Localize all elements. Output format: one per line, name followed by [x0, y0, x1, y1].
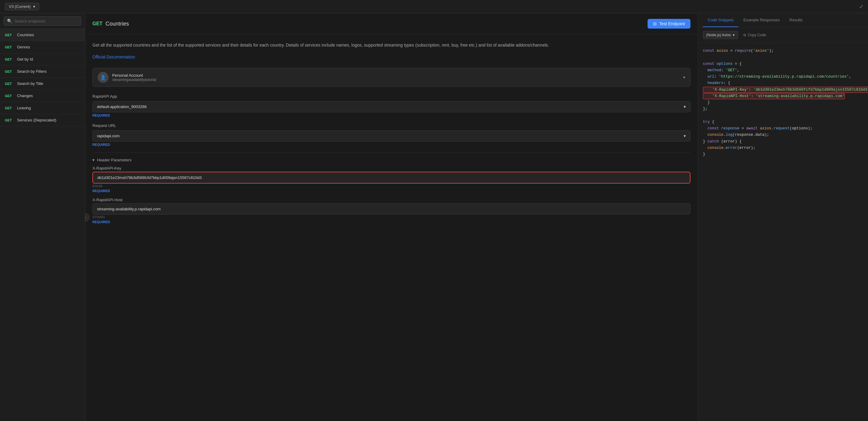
- code-line: [703, 54, 863, 61]
- x-rapidapi-key-input[interactable]: [92, 172, 690, 184]
- request-url-label: Request URL: [92, 123, 690, 128]
- endpoint-title: GET Countries: [92, 21, 129, 27]
- code-line: const options = {: [703, 61, 863, 67]
- chevron-down-icon: ▾: [684, 134, 686, 138]
- code-line: }: [703, 151, 863, 158]
- x-rapidapi-host-input[interactable]: [92, 203, 690, 215]
- x-rapidapi-host-type: STRING: [92, 215, 690, 219]
- code-line: 'X-RapidAPI-Host': 'streaming-availabili…: [703, 93, 863, 100]
- language-selector[interactable]: (Node.js) Axios ▾: [703, 31, 738, 39]
- tab-code-snippets[interactable]: Code Snippets: [703, 13, 739, 27]
- chevron-down-icon: ▾: [92, 158, 95, 162]
- version-label: V3 (Current): [9, 4, 31, 9]
- sidebar-item[interactable]: GET Services (Deprecated): [0, 114, 85, 126]
- panel-header: GET Countries ⊟ Test Endpoint: [85, 13, 698, 34]
- account-info: Personal Account streamingavailabilitytu…: [112, 73, 680, 82]
- sidebar: 🔍 GET Countries GET Genres GET Get by Id…: [0, 13, 85, 421]
- search-wrapper: 🔍: [4, 17, 81, 26]
- description-text: Get all the supported countries and the …: [92, 42, 690, 48]
- request-url-required: REQUIRED: [92, 143, 690, 146]
- code-line: headers: {: [703, 80, 863, 86]
- code-line: [703, 113, 863, 119]
- endpoint-name: Genres: [17, 45, 30, 49]
- request-url-field: Request URL rapidapi.com ▾ REQUIRED: [92, 123, 690, 146]
- chevron-down-icon: ▾: [683, 75, 685, 80]
- method-badge: GET: [92, 21, 102, 27]
- method-badge: GET: [5, 33, 14, 37]
- endpoint-name: Get by Id: [17, 57, 33, 61]
- app-container: V3 (Current) ▾ ⤢ 🔍 GET Countries GET Gen…: [0, 0, 868, 421]
- official-doc-link[interactable]: Official Documentation: [92, 55, 690, 59]
- method-badge: GET: [5, 82, 14, 86]
- copy-icon: ⧉: [743, 33, 746, 37]
- sidebar-item[interactable]: GET Get by Id: [0, 53, 85, 65]
- x-rapidapi-key-field: X-RapidAPI-Key ENUM REQUIRED: [92, 166, 690, 193]
- sidebar-item[interactable]: GET Changes: [0, 90, 85, 102]
- x-rapidapi-host-field: X-RapidAPI-Host STRING REQUIRED: [92, 198, 690, 224]
- code-line: 'X-RapidAPI-Key': 'db1d301e23msh78b3d566…: [703, 87, 863, 93]
- endpoint-name: Changes: [17, 93, 33, 98]
- header-params-section[interactable]: ▾ Header Parameters: [92, 152, 690, 166]
- method-badge: GET: [5, 94, 14, 98]
- method-badge: GET: [5, 118, 14, 122]
- tab-example-responses[interactable]: Example Responses: [739, 13, 784, 27]
- code-line: url: 'https://streaming-availability.p.r…: [703, 74, 863, 80]
- test-endpoint-label: Test Endpoint: [659, 21, 685, 26]
- copy-code-button[interactable]: ⧉ Copy Code: [741, 31, 769, 39]
- copy-code-label: Copy Code: [748, 33, 766, 37]
- expand-icon[interactable]: ⤢: [859, 4, 863, 9]
- sidebar-endpoints: GET Countries GET Genres GET Get by Id G…: [0, 29, 85, 421]
- sidebar-item[interactable]: GET Search by Filters: [0, 65, 85, 78]
- code-line: method: 'GET',: [703, 67, 863, 74]
- sliders-icon: ⊟: [653, 21, 657, 26]
- version-selector[interactable]: V3 (Current) ▾: [5, 3, 39, 10]
- top-bar: V3 (Current) ▾ ⤢: [0, 0, 868, 13]
- request-url-value: rapidapi.com: [97, 134, 120, 138]
- endpoint-name: Services (Deprecated): [17, 118, 56, 122]
- code-line: try {: [703, 119, 863, 125]
- search-icon: 🔍: [7, 19, 12, 23]
- method-badge: GET: [5, 58, 14, 61]
- rapidapi-app-field: RapidAPI App default-application_9003266…: [92, 94, 690, 117]
- main-layout: 🔍 GET Countries GET Genres GET Get by Id…: [0, 13, 868, 421]
- sidebar-item[interactable]: GET Leaving: [0, 102, 85, 114]
- panel-wrapper: ‹ GET Countries ⊟ Test Endpoint Get all …: [85, 13, 868, 421]
- rapidapi-app-label: RapidAPI App: [92, 94, 690, 99]
- endpoint-name: Search by Filters: [17, 69, 47, 74]
- code-line: console.error(error);: [703, 145, 863, 151]
- right-panel: Code SnippetsExample ResponsesResults (N…: [698, 13, 868, 421]
- endpoint-name: Search by Title: [17, 81, 43, 86]
- avatar: 👤: [98, 72, 108, 83]
- method-badge: GET: [5, 106, 14, 110]
- code-line: const axios = require('axios');: [703, 48, 863, 54]
- sidebar-item[interactable]: GET Search by Title: [0, 78, 85, 90]
- tab-results[interactable]: Results: [785, 13, 807, 27]
- code-line: console.log(response.data);: [703, 132, 863, 138]
- x-rapidapi-key-type: ENUM: [92, 184, 690, 188]
- right-panel-toolbar: (Node.js) Axios ▾ ⧉ Copy Code: [698, 27, 868, 43]
- sidebar-item[interactable]: GET Genres: [0, 41, 85, 53]
- test-endpoint-button[interactable]: ⊟ Test Endpoint: [648, 19, 690, 29]
- x-rapidapi-host-label: X-RapidAPI-Host: [92, 198, 690, 202]
- code-line: const response = await axios.request(opt…: [703, 125, 863, 132]
- request-url-select[interactable]: rapidapi.com ▾: [92, 130, 690, 142]
- center-panel: GET Countries ⊟ Test Endpoint Get all th…: [85, 13, 698, 421]
- search-container: 🔍: [0, 13, 85, 29]
- account-selector[interactable]: 👤 Personal Account streamingavailability…: [92, 68, 690, 87]
- rapidapi-app-value: default-application_9003266: [97, 105, 147, 109]
- x-rapidapi-key-required: REQUIRED: [92, 189, 690, 193]
- code-line: } catch (error) {: [703, 139, 863, 145]
- account-sub: streamingavailabilitytutorial: [112, 78, 680, 82]
- sidebar-item[interactable]: GET Countries: [0, 29, 85, 41]
- rapidapi-app-select[interactable]: default-application_9003266 ▾: [92, 101, 690, 112]
- code-line: }: [703, 100, 863, 106]
- code-area: const axios = require('axios'); const op…: [698, 43, 868, 421]
- endpoint-name: Countries: [105, 21, 129, 27]
- code-line: };: [703, 106, 863, 112]
- rapidapi-app-required: REQUIRED: [92, 114, 690, 117]
- language-label: (Node.js) Axios: [706, 33, 731, 37]
- right-panel-tabs: Code SnippetsExample ResponsesResults: [698, 13, 868, 27]
- search-input[interactable]: [14, 19, 78, 23]
- method-badge: GET: [5, 70, 14, 73]
- chevron-down-icon: ▾: [33, 4, 35, 9]
